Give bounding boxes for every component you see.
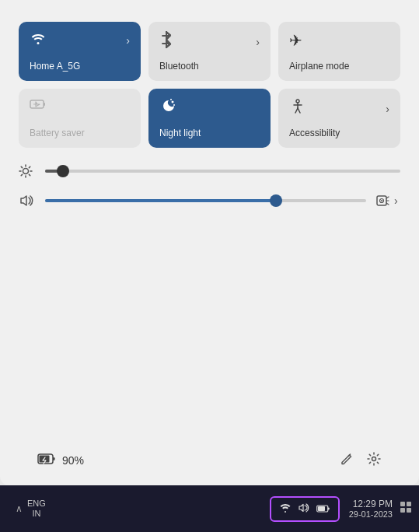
svg-line-18 [21,174,22,175]
night-light-icon [159,98,176,119]
accessibility-tile[interactable]: › Accessibility [278,89,400,148]
taskbar-lang: ENG IN [27,499,46,519]
volume-slider[interactable] [45,193,366,208]
battery-percent: 90% [62,454,84,467]
taskbar-lang-line2: IN [27,509,46,519]
battery-icon [37,452,56,470]
accessibility-icon-row: › [289,98,389,119]
svg-rect-32 [327,507,329,509]
svg-line-9 [298,108,300,113]
svg-point-29 [372,457,376,461]
svg-rect-27 [53,457,55,460]
wifi-tile[interactable]: › Home A_5G [19,22,141,81]
accessibility-chevron: › [386,103,389,115]
battery-saver-icon [30,98,47,114]
speaker-section[interactable]: › [375,193,400,208]
tiles-grid: › Home A_5G › Bluetooth ✈ Airplan [19,22,400,148]
edit-icon[interactable] [340,452,354,469]
night-light-label: Night light [159,128,201,138]
svg-line-17 [29,166,30,167]
svg-point-2 [172,101,174,103]
airplane-label: Airplane mode [289,61,349,72]
taskbar-time: 12:29 PM [353,499,393,509]
brightness-icon [19,164,36,178]
battery-saver-icon-row [30,98,130,114]
taskbar-notification-icon[interactable] [399,500,413,517]
battery-saver-label: Battery saver [30,128,85,138]
wifi-label: Home A_5G [30,61,80,72]
battery-saver-tile[interactable]: Battery saver [19,89,141,148]
bottom-actions [340,451,382,470]
volume-fill [45,199,276,202]
taskbar-wifi-icon [279,502,292,516]
bluetooth-tile[interactable]: › Bluetooth [148,22,271,81]
bluetooth-tile-icon-row: › [159,31,260,52]
brightness-track [45,170,400,173]
bottom-bar: 90% [19,451,400,470]
airplane-icon: ✈ [289,31,302,50]
taskbar-chevron[interactable]: ∧ [16,503,23,514]
svg-rect-1 [44,103,45,106]
taskbar-lang-line1: ENG [27,499,46,509]
taskbar: ∧ ENG IN [0,485,419,532]
battery-section: 90% [37,452,84,470]
svg-point-3 [173,104,175,106]
svg-point-10 [23,169,29,174]
svg-line-16 [29,174,30,175]
svg-rect-36 [407,508,411,513]
sliders-section: › [19,163,400,208]
settings-icon[interactable] [366,451,382,470]
night-light-tile[interactable]: Night light [148,89,271,148]
wifi-tile-icon-row: › [30,31,130,49]
accessibility-label: Accessibility [289,128,340,138]
volume-thumb[interactable] [270,194,282,207]
svg-point-21 [381,200,382,201]
night-light-icon-row [159,98,260,119]
quick-settings-panel: › Home A_5G › Bluetooth ✈ Airplan [0,0,419,485]
svg-rect-34 [407,502,411,506]
taskbar-left: ∧ ENG IN [16,499,46,519]
svg-rect-33 [400,502,405,506]
svg-line-15 [21,166,22,167]
taskbar-volume-icon [298,502,310,516]
svg-line-8 [295,108,298,113]
taskbar-date: 29-01-2023 [349,509,393,519]
airplane-tile-icon-row: ✈ [289,31,389,50]
bluetooth-chevron: › [256,36,260,48]
volume-track [45,199,366,202]
airplane-tile[interactable]: ✈ Airplane mode [278,22,400,81]
taskbar-clock[interactable]: 12:29 PM 29-01-2023 [349,499,393,519]
taskbar-battery-icon [316,502,330,516]
brightness-slider[interactable] [45,163,400,179]
brightness-row [19,163,400,179]
brightness-thumb[interactable] [57,165,69,177]
svg-rect-35 [400,508,405,513]
accessibility-icon [289,98,306,119]
svg-point-4 [170,99,172,100]
volume-icon [19,194,36,208]
bluetooth-icon [159,31,173,52]
taskbar-system-icons[interactable] [270,496,340,522]
svg-rect-31 [318,506,325,511]
wifi-icon [30,31,47,49]
wifi-chevron: › [126,34,130,47]
volume-row: › [19,193,400,208]
bluetooth-label: Bluetooth [159,61,199,72]
